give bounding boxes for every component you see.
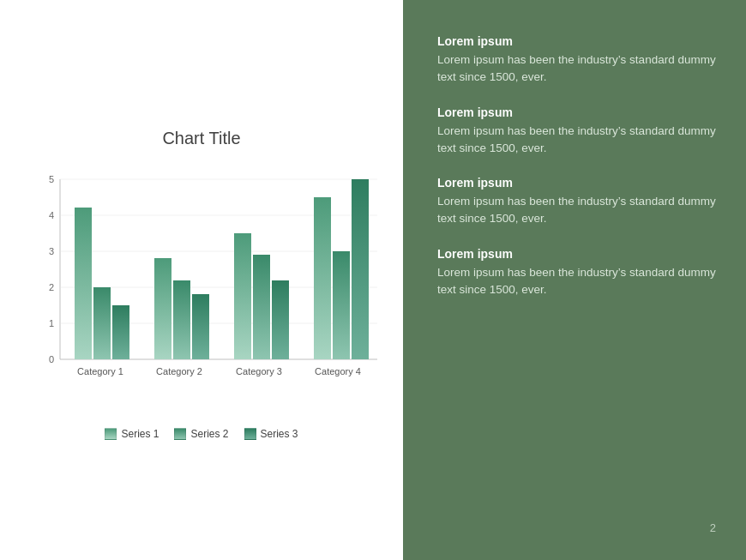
legend-color-series1 [105, 428, 117, 440]
text-block-1: Lorem ipsum Lorem ipsum has been the ind… [437, 34, 716, 87]
text-block-3-title: Lorem ipsum [437, 176, 716, 190]
category-label: Category 3 [236, 366, 282, 376]
left-panel: Chart Title [0, 0, 403, 560]
right-panel: Lorem ipsum Lorem ipsum has been the ind… [403, 0, 746, 560]
legend-label-series1: Series 1 [121, 428, 159, 440]
text-block-2-title: Lorem ipsum [437, 105, 716, 119]
chart-svg: 0 1 2 3 4 5 [21, 162, 382, 419]
bar [272, 280, 289, 359]
text-block-4: Lorem ipsum Lorem ipsum has been the ind… [437, 247, 716, 299]
svg-text:1: 1 [49, 318, 54, 328]
category-label: Category 4 [315, 366, 361, 376]
text-block-4-body: Lorem ipsum has been the industry’s stan… [437, 264, 716, 299]
category-label: Category 1 [77, 366, 123, 376]
legend-item-series3: Series 3 [244, 428, 298, 440]
svg-text:3: 3 [49, 246, 54, 256]
legend-label-series2: Series 2 [190, 428, 228, 440]
chart-area: 0 1 2 3 4 5 [21, 162, 382, 419]
legend-color-series2 [174, 428, 186, 440]
bar [253, 255, 270, 359]
text-block-3: Lorem ipsum Lorem ipsum has been the ind… [437, 176, 716, 228]
text-block-4-title: Lorem ipsum [437, 247, 716, 261]
bar [234, 233, 251, 359]
text-block-1-title: Lorem ipsum [437, 34, 716, 48]
chart-legend: Series 1 Series 2 Series 3 [105, 428, 298, 440]
svg-text:5: 5 [49, 174, 54, 184]
chart-title: Chart Title [162, 129, 240, 148]
legend-label-series3: Series 3 [261, 428, 298, 440]
legend-item-series2: Series 2 [174, 428, 228, 440]
text-block-1-body: Lorem ipsum has been the industry’s stan… [437, 51, 716, 87]
bar [333, 251, 350, 359]
text-block-3-body: Lorem ipsum has been the industry’s stan… [437, 193, 716, 228]
bar [192, 294, 209, 359]
bar [75, 208, 92, 359]
bar [112, 305, 129, 359]
category-label: Category 2 [156, 366, 202, 376]
legend-color-series3 [244, 428, 256, 440]
page-number: 2 [437, 521, 716, 534]
text-block-2: Lorem ipsum Lorem ipsum has been the ind… [437, 105, 716, 158]
bar [154, 258, 171, 359]
svg-text:0: 0 [49, 354, 54, 364]
bar [93, 287, 111, 359]
svg-text:2: 2 [49, 282, 54, 292]
bar [314, 197, 331, 359]
legend-item-series1: Series 1 [105, 428, 159, 440]
svg-text:4: 4 [49, 210, 54, 220]
text-block-2-body: Lorem ipsum has been the industry’s stan… [437, 123, 716, 158]
bar [352, 179, 369, 359]
bar [173, 280, 190, 359]
text-blocks: Lorem ipsum Lorem ipsum has been the ind… [437, 34, 716, 513]
